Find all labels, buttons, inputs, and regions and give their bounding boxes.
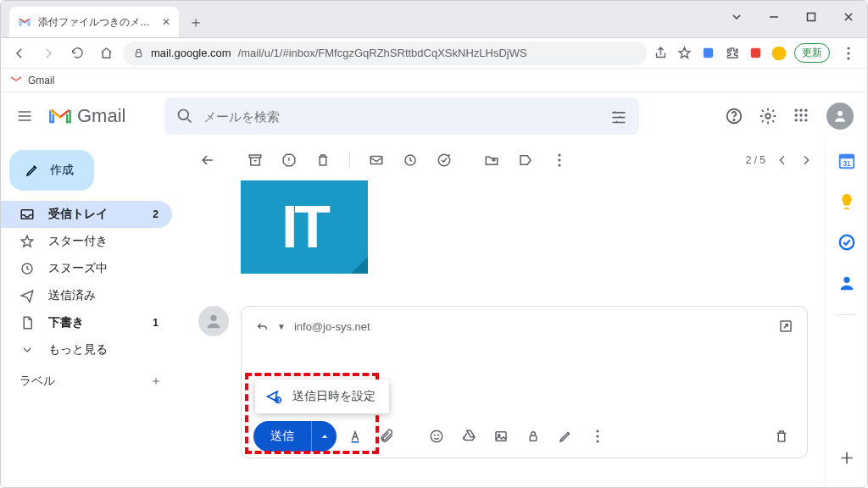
keep-app-icon[interactable] xyxy=(837,192,856,211)
browser-tab[interactable]: 添付ファイルつきのメール3 - josysno ✕ xyxy=(9,7,179,37)
formatting-button[interactable] xyxy=(342,423,369,450)
gmail-logo[interactable]: Gmail xyxy=(48,105,125,127)
main-menu-button[interactable] xyxy=(14,106,35,126)
pager-next-button[interactable] xyxy=(799,153,813,167)
nav-reload-button[interactable] xyxy=(65,42,89,65)
compose-label: 作成 xyxy=(50,163,74,178)
sidebar-item-label: 送信済み xyxy=(48,288,96,303)
gmail-logo-text: Gmail xyxy=(77,105,125,127)
svg-rect-37 xyxy=(496,432,506,441)
sidebar-item-snoozed[interactable]: スヌーズ中 xyxy=(1,255,172,282)
bookmark-star-icon[interactable] xyxy=(676,45,693,62)
gmail-header: Gmail xyxy=(1,92,867,140)
attachment-image[interactable]: IT xyxy=(241,180,368,274)
sidebar: 作成 受信トレイ 2 スター付き スヌーズ中 送信済み xyxy=(1,140,181,488)
svg-point-36 xyxy=(438,435,439,435)
contacts-app-icon[interactable] xyxy=(837,274,856,292)
inbox-icon xyxy=(19,207,35,222)
search-bar[interactable] xyxy=(164,97,639,135)
svg-rect-0 xyxy=(808,14,815,21)
more-actions-button[interactable] xyxy=(545,146,574,175)
window-minimize-button[interactable] xyxy=(755,4,793,30)
settings-icon[interactable] xyxy=(759,107,777,125)
extension-icon-1[interactable] xyxy=(699,45,716,62)
browser-menu-button[interactable] xyxy=(837,42,860,65)
sidebar-item-sent[interactable]: 送信済み xyxy=(1,282,172,309)
discard-draft-button[interactable] xyxy=(768,423,795,450)
delete-button[interactable] xyxy=(309,146,337,175)
sidebar-item-inbox[interactable]: 受信トレイ 2 xyxy=(1,201,172,228)
attach-file-button[interactable] xyxy=(374,423,401,450)
browser-toolbar: mail.google.com/mail/u/1/#inbox/FMfcgzGq… xyxy=(1,38,867,69)
svg-rect-39 xyxy=(530,435,537,441)
svg-point-12 xyxy=(795,109,798,112)
window-close-button[interactable] xyxy=(830,4,867,30)
insert-drive-button[interactable] xyxy=(455,423,482,450)
add-label-icon[interactable]: ＋ xyxy=(150,374,162,389)
account-avatar[interactable] xyxy=(826,103,854,130)
bookmark-item[interactable]: Gmail xyxy=(28,75,54,86)
labels-button[interactable] xyxy=(511,146,540,175)
caret-down-icon[interactable] xyxy=(718,4,755,30)
extensions-puzzle-icon[interactable] xyxy=(723,45,740,62)
support-icon[interactable] xyxy=(725,107,743,125)
back-to-inbox-button[interactable] xyxy=(193,146,222,175)
archive-button[interactable] xyxy=(241,146,270,175)
add-task-button[interactable] xyxy=(430,146,459,175)
search-options-icon[interactable] xyxy=(610,108,627,125)
confidential-mode-button[interactable] xyxy=(520,423,547,450)
svg-point-16 xyxy=(799,114,802,116)
share-icon[interactable] xyxy=(652,45,669,62)
svg-point-28 xyxy=(558,153,560,156)
star-icon xyxy=(19,234,35,249)
profile-avatar-icon[interactable] xyxy=(771,45,787,62)
calendar-app-icon[interactable]: 31 xyxy=(837,152,856,170)
insert-emoji-button[interactable] xyxy=(423,423,450,450)
get-addons-button[interactable]: ＋ xyxy=(836,442,858,472)
svg-point-6 xyxy=(847,52,849,54)
svg-point-34 xyxy=(431,430,442,442)
close-tab-icon[interactable]: ✕ xyxy=(162,16,170,28)
svg-point-15 xyxy=(795,114,798,116)
nav-home-button[interactable] xyxy=(94,42,118,65)
snooze-button[interactable] xyxy=(396,146,425,175)
svg-rect-2 xyxy=(703,48,712,58)
svg-point-35 xyxy=(434,435,435,435)
search-input[interactable] xyxy=(203,109,600,124)
window-maximize-button[interactable] xyxy=(793,4,830,30)
popout-icon[interactable] xyxy=(778,319,793,334)
reply-more-button[interactable] xyxy=(584,423,611,450)
mark-unread-button[interactable] xyxy=(362,146,391,175)
apps-grid-icon[interactable] xyxy=(793,107,811,125)
insert-photo-button[interactable] xyxy=(487,423,515,450)
reply-bottom-toolbar: 送信 xyxy=(242,415,807,458)
new-tab-button[interactable]: ＋ xyxy=(184,10,208,34)
address-bar[interactable]: mail.google.com/mail/u/1/#inbox/FMfcgzGq… xyxy=(123,42,647,65)
nav-back-button[interactable] xyxy=(8,42,31,65)
tasks-app-icon[interactable] xyxy=(837,233,856,252)
reply-dropdown-icon[interactable]: ▼ xyxy=(277,322,286,331)
move-to-button[interactable] xyxy=(477,146,506,175)
update-button[interactable]: 更新 xyxy=(794,43,830,63)
reply-to-address[interactable]: info@jo-sys.net xyxy=(294,320,370,333)
pager-prev-button[interactable] xyxy=(776,153,789,167)
send-options-button[interactable] xyxy=(311,421,337,452)
sidebar-item-starred[interactable]: スター付き xyxy=(1,228,172,255)
sidebar-item-label: 受信トレイ xyxy=(48,207,108,222)
reply-arrow-icon[interactable] xyxy=(255,319,269,333)
compose-button[interactable]: 作成 xyxy=(9,150,94,191)
schedule-send-menu-item[interactable]: 送信日時を設定 xyxy=(255,380,389,413)
extension-icon-2[interactable] xyxy=(747,45,764,62)
sidebar-item-drafts[interactable]: 下書き 1 xyxy=(1,309,172,336)
sidebar-item-more[interactable]: もっと見る xyxy=(1,336,172,363)
clock-icon xyxy=(19,261,35,276)
svg-rect-25 xyxy=(370,157,382,164)
sidebar-item-label: スター付き xyxy=(48,234,108,249)
svg-point-13 xyxy=(799,109,802,112)
insert-signature-button[interactable] xyxy=(552,423,579,450)
svg-point-18 xyxy=(795,119,798,121)
send-button[interactable]: 送信 xyxy=(253,421,311,452)
drafts-count: 1 xyxy=(153,317,159,329)
labels-header[interactable]: ラベル ＋ xyxy=(1,363,181,399)
report-spam-button[interactable] xyxy=(275,146,303,175)
